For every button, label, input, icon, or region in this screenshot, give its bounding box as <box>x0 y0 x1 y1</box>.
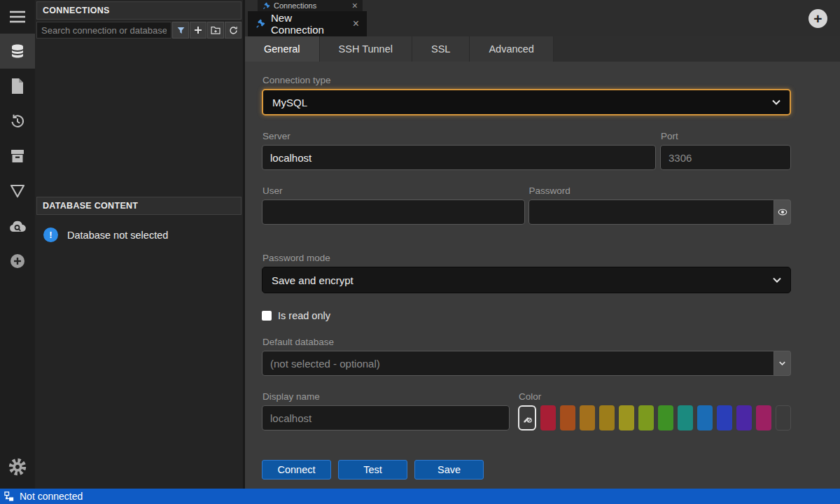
connection-type-value: MySQL <box>272 97 307 108</box>
sidebar-item-add[interactable] <box>0 244 35 279</box>
connections-panel-title: CONNECTIONS <box>36 1 241 20</box>
color-swatch[interactable] <box>638 405 654 430</box>
no-color-brush-icon <box>522 413 533 424</box>
tab-new-connection-label: New Connection <box>271 12 347 36</box>
connect-button[interactable]: Connect <box>262 460 331 479</box>
default-database-label: Default database <box>262 337 791 347</box>
eye-icon <box>778 209 788 216</box>
filter-button[interactable] <box>172 22 189 38</box>
color-swatch[interactable] <box>678 405 693 430</box>
refresh-icon <box>229 26 238 35</box>
hamburger-icon <box>9 10 26 23</box>
info-icon: ! <box>43 227 58 242</box>
chevron-down-icon <box>773 277 781 283</box>
connection-type-label: Connection type <box>262 75 791 85</box>
connection-type-select[interactable]: MySQL <box>262 89 791 115</box>
plug-icon <box>262 2 270 10</box>
test-button[interactable]: Test <box>338 460 407 479</box>
color-label: Color <box>519 391 791 402</box>
connection-detail-tabs: General SSH Tunnel SSL Advanced <box>245 36 840 62</box>
disconnected-network-icon <box>4 491 15 502</box>
filter-triangle-icon <box>9 183 26 199</box>
read-only-label: Is read only <box>278 310 330 321</box>
history-icon <box>9 113 26 130</box>
password-mode-select[interactable]: Save and encrypt <box>262 267 791 293</box>
app-window: CONNECTIONS <box>0 0 840 504</box>
color-picker <box>518 405 791 430</box>
database-not-selected-text: Database not selected <box>67 230 168 241</box>
color-swatch[interactable] <box>697 405 713 430</box>
connections-sidebar: CONNECTIONS <box>35 0 245 489</box>
plug-icon <box>255 19 265 29</box>
display-name-label: Display name <box>262 391 510 402</box>
default-database-input[interactable] <box>262 351 774 376</box>
tab-general[interactable]: General <box>245 36 320 62</box>
color-swatch[interactable] <box>580 405 595 430</box>
sidebar-item-database[interactable] <box>0 34 35 69</box>
color-swatch[interactable] <box>658 405 673 430</box>
sidebar-item-cloud-search[interactable] <box>0 209 35 244</box>
chevron-down-icon <box>772 99 780 105</box>
color-swatch[interactable] <box>560 405 575 430</box>
settings-button[interactable] <box>0 449 35 484</box>
chevron-down-icon <box>779 361 785 365</box>
tab-connections-label: Connections <box>274 1 316 10</box>
color-swatch[interactable] <box>717 405 732 430</box>
no-color-button[interactable] <box>518 405 536 430</box>
file-icon <box>10 78 25 94</box>
refresh-button[interactable] <box>225 22 241 38</box>
color-swatch[interactable] <box>756 405 771 430</box>
new-tab-button[interactable]: + <box>808 9 827 28</box>
connection-form: Connection type MySQL Server Port <box>245 62 840 489</box>
color-swatch[interactable] <box>736 405 752 430</box>
tab-new-connection[interactable]: New Connection × <box>248 11 367 36</box>
port-input[interactable] <box>660 145 791 170</box>
activity-bar <box>0 0 35 489</box>
close-icon[interactable]: × <box>353 18 359 29</box>
close-icon[interactable]: × <box>352 1 358 10</box>
sidebar-item-files[interactable] <box>0 69 35 104</box>
read-only-checkbox[interactable] <box>262 311 272 321</box>
sidebar-item-archive[interactable] <box>0 139 35 174</box>
gear-icon <box>8 458 27 476</box>
password-label: Password <box>529 186 792 196</box>
server-input[interactable] <box>262 145 656 170</box>
plus-icon <box>194 26 202 34</box>
connections-list[interactable] <box>35 38 243 195</box>
archive-icon <box>9 148 26 164</box>
user-input[interactable] <box>262 200 525 225</box>
main-area: Connections × New Connection × + General… <box>245 0 840 489</box>
color-swatch-list <box>540 405 771 430</box>
funnel-icon <box>176 26 186 35</box>
add-circle-icon <box>9 253 26 270</box>
save-button[interactable]: Save <box>414 460 484 479</box>
menu-button[interactable] <box>0 0 35 34</box>
port-label: Port <box>661 131 791 141</box>
tab-connections[interactable]: Connections × <box>258 0 363 11</box>
color-swatch[interactable] <box>599 405 615 430</box>
password-input[interactable] <box>528 200 775 225</box>
server-label: Server <box>262 131 656 141</box>
default-database-dropdown-button[interactable] <box>774 351 791 376</box>
search-input[interactable] <box>36 22 172 38</box>
color-swatch-empty[interactable] <box>776 405 791 430</box>
sidebar-item-filter[interactable] <box>0 174 35 209</box>
tab-ssl[interactable]: SSL <box>412 36 470 62</box>
password-mode-label: Password mode <box>262 253 791 263</box>
color-swatch[interactable] <box>619 405 634 430</box>
new-folder-button[interactable] <box>207 22 224 38</box>
tab-ssh-tunnel[interactable]: SSH Tunnel <box>320 36 412 62</box>
color-swatch[interactable] <box>540 405 556 430</box>
cloud-search-icon <box>8 218 27 234</box>
status-bar: Not connected <box>0 489 840 504</box>
status-text: Not connected <box>20 491 83 502</box>
add-connection-button[interactable] <box>190 22 206 38</box>
user-label: User <box>262 186 525 196</box>
tab-advanced[interactable]: Advanced <box>470 36 554 62</box>
sidebar-item-history[interactable] <box>0 104 35 139</box>
display-name-input[interactable] <box>262 405 510 430</box>
show-password-button[interactable] <box>774 200 791 225</box>
database-content-title: DATABASE CONTENT <box>36 197 241 215</box>
database-not-selected-message: ! Database not selected <box>35 216 243 253</box>
folder-plus-icon <box>211 26 220 34</box>
